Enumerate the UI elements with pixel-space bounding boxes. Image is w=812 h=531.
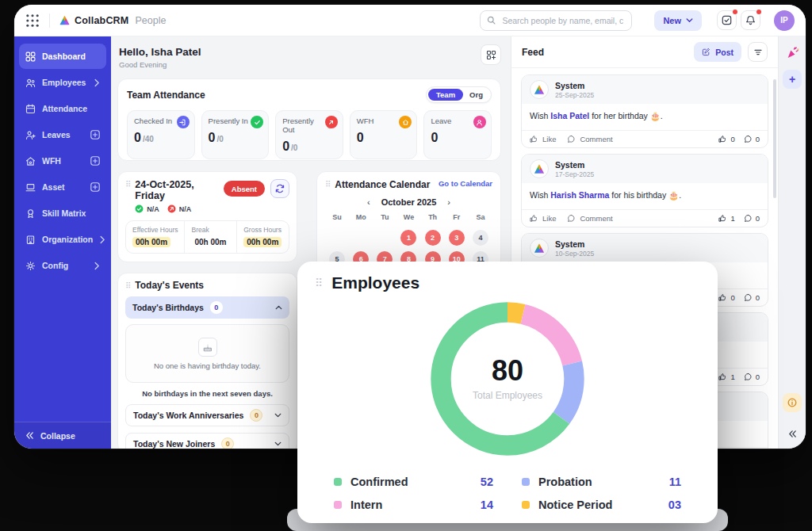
app-launcher-icon[interactable] bbox=[25, 13, 40, 28]
post-button[interactable]: Post bbox=[694, 42, 741, 62]
sidebar-item-dashboard[interactable]: Dashboard bbox=[19, 44, 106, 69]
chevron-right-icon bbox=[99, 235, 105, 244]
tasks-button[interactable] bbox=[717, 10, 737, 30]
sidebar-item-attendance[interactable]: Attendance bbox=[19, 96, 106, 121]
sidebar-item-organization[interactable]: Organization bbox=[19, 227, 106, 252]
stat-card-presently-out[interactable]: Presently Out 0/0 bbox=[275, 110, 343, 159]
skill-icon bbox=[25, 208, 36, 219]
accordion-today-s-new-joiners[interactable]: Today's New Joiners0 bbox=[125, 433, 289, 449]
comment-count[interactable]: 0 bbox=[744, 293, 760, 302]
stat-card-leave[interactable]: Leave 0 bbox=[423, 110, 492, 159]
drag-handle-icon[interactable]: ⠿ bbox=[325, 181, 331, 189]
plus-square-icon[interactable] bbox=[90, 130, 100, 139]
like-count[interactable]: 0 bbox=[718, 135, 734, 143]
organization-icon bbox=[25, 235, 36, 245]
events-title: Today's Events bbox=[135, 280, 204, 291]
attendance-icon bbox=[25, 104, 36, 114]
comment-count[interactable]: 0 bbox=[744, 135, 760, 143]
person-link[interactable]: Isha Patel bbox=[550, 111, 589, 120]
customize-widgets-button[interactable] bbox=[481, 44, 501, 65]
post-author: System bbox=[555, 81, 594, 90]
events-accordions: Today's Work Anniversaries0Today's New J… bbox=[125, 404, 289, 449]
legend-swatch bbox=[334, 501, 342, 509]
donut-legend: Confirmed52Probation11Intern14Notice Per… bbox=[297, 470, 718, 516]
sidebar-item-config[interactable]: Config bbox=[19, 253, 106, 278]
next-month-button[interactable]: › bbox=[447, 198, 450, 207]
employees-modal: ⠿ Employees 80 Total Employees Confirmed… bbox=[297, 262, 718, 523]
like-button[interactable]: Like bbox=[530, 214, 556, 223]
like-count[interactable]: 1 bbox=[718, 214, 734, 223]
system-avatar bbox=[530, 239, 549, 258]
comment-button[interactable]: Comment bbox=[567, 214, 612, 223]
check-out-icon bbox=[167, 204, 176, 213]
sidebar-item-leaves[interactable]: Leaves bbox=[19, 122, 106, 147]
notifications-button[interactable] bbox=[741, 10, 760, 30]
brand-product: People bbox=[135, 15, 166, 26]
day-status-card: ⠿ 24-Oct-2025, Friday N/A N/A Absent bbox=[117, 171, 297, 262]
drag-handle-icon[interactable]: ⠿ bbox=[125, 282, 131, 290]
sidebar-nav: DashboardEmployeesAttendanceLeavesWFHAss… bbox=[14, 44, 111, 278]
weekday-label: Fr bbox=[445, 213, 469, 221]
calendar-cell: 3 bbox=[445, 229, 469, 246]
stat-card-checked-in[interactable]: Checked In 0/40 bbox=[127, 110, 195, 159]
accordion-today-s-work-anniversaries[interactable]: Today's Work Anniversaries0 bbox=[125, 404, 289, 426]
prev-month-button[interactable]: ‹ bbox=[367, 198, 370, 207]
comment-count[interactable]: 0 bbox=[744, 214, 760, 223]
calendar-day[interactable]: 2 bbox=[425, 230, 441, 246]
brand[interactable]: CollabCRM People bbox=[59, 15, 166, 26]
feed-title: Feed bbox=[522, 47, 544, 58]
divider bbox=[49, 13, 50, 28]
birthdays-accordion[interactable]: Today's Birthdays 0 bbox=[125, 296, 289, 319]
legend-swatch bbox=[334, 478, 342, 486]
feed-scrollbar[interactable] bbox=[773, 79, 776, 198]
refresh-button[interactable] bbox=[270, 179, 289, 198]
new-button[interactable]: New bbox=[654, 10, 702, 31]
stat-card-presently-in[interactable]: Presently In 0/0 bbox=[201, 110, 270, 159]
calendar-day[interactable]: 4 bbox=[473, 230, 488, 246]
drag-handle-icon[interactable]: ⠿ bbox=[315, 277, 323, 288]
like-button[interactable]: Like bbox=[530, 135, 556, 143]
stat-card-wfh[interactable]: WFH 0 bbox=[350, 110, 418, 159]
greeting-subtitle: Good Evening bbox=[119, 60, 500, 69]
info-button[interactable] bbox=[783, 393, 802, 412]
plus-square-icon[interactable] bbox=[90, 182, 100, 192]
collapse-panel-button[interactable] bbox=[788, 430, 797, 438]
search-input[interactable] bbox=[500, 15, 625, 26]
sidebar-item-skill-matrix[interactable]: Skill Matrix bbox=[19, 201, 106, 226]
day-card-date: 24-Oct-2025, Friday bbox=[135, 179, 223, 201]
person-link[interactable]: Harish Sharma bbox=[550, 190, 609, 200]
brand-name: CollabCRM bbox=[75, 15, 128, 26]
go-to-calendar-link[interactable]: Go to Calendar bbox=[439, 179, 492, 188]
celebration-icon[interactable] bbox=[786, 46, 799, 59]
user-avatar[interactable]: IP bbox=[774, 10, 795, 31]
comment-count[interactable]: 0 bbox=[744, 372, 760, 381]
check-in-value: N/A bbox=[147, 205, 159, 213]
drag-handle-icon[interactable]: ⠿ bbox=[125, 181, 131, 189]
sidebar-item-wfh[interactable]: WFH bbox=[19, 148, 106, 174]
calendar-cell: 4 bbox=[469, 229, 492, 246]
chevron-down-icon bbox=[274, 413, 282, 418]
dashboard-icon bbox=[25, 52, 36, 62]
sidebar-item-employees[interactable]: Employees bbox=[19, 70, 106, 95]
toggle-team[interactable]: Team bbox=[428, 89, 463, 101]
toggle-org[interactable]: Org bbox=[463, 89, 489, 101]
comment-button[interactable]: Comment bbox=[567, 135, 612, 143]
chevrons-left-icon bbox=[25, 431, 34, 440]
calendar-day[interactable]: 3 bbox=[449, 230, 465, 246]
system-avatar bbox=[530, 80, 549, 99]
like-count[interactable]: 0 bbox=[718, 293, 734, 302]
add-widget-button[interactable]: + bbox=[783, 70, 802, 89]
global-search[interactable] bbox=[480, 10, 632, 31]
birthdays-count-badge: 0 bbox=[210, 301, 223, 314]
status-badge[interactable]: Absent bbox=[224, 181, 265, 197]
calendar-day[interactable]: 1 bbox=[400, 230, 416, 246]
sidebar-item-asset[interactable]: Asset bbox=[19, 174, 106, 200]
feed-filter-button[interactable] bbox=[748, 42, 768, 62]
collabcrm-logo-icon bbox=[534, 243, 545, 254]
like-count[interactable]: 1 bbox=[718, 372, 734, 381]
hours-col: Break00h 00m bbox=[184, 221, 236, 253]
chevron-down-icon bbox=[686, 18, 693, 23]
search-icon bbox=[487, 16, 496, 25]
plus-square-icon[interactable] bbox=[90, 156, 100, 166]
sidebar-collapse-button[interactable]: Collapse bbox=[14, 422, 111, 449]
